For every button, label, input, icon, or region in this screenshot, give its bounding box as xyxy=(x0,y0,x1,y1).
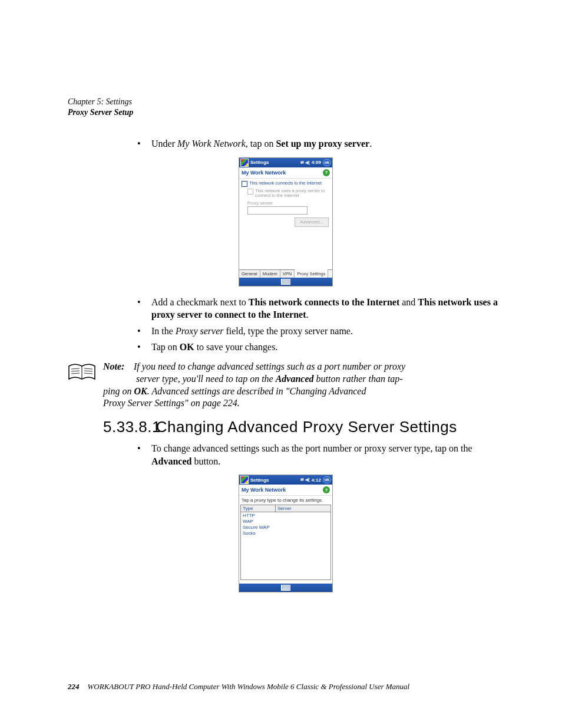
tab-general[interactable]: General xyxy=(239,270,260,278)
text: field, type the proxy server name. xyxy=(223,326,352,336)
col-server[interactable]: Server xyxy=(276,505,330,512)
text: To change advanced settings such as the … xyxy=(151,443,472,453)
checkbox-icon[interactable] xyxy=(247,189,253,195)
table-header: Type Server xyxy=(241,505,330,512)
proxy-type-table: Type Server HTTP WAP Secure WAP Socks xyxy=(240,505,331,580)
dialog-body: This network connects to the Internet Th… xyxy=(239,179,332,269)
subheading-number: 5.33.8.1 xyxy=(103,418,151,436)
ok-button[interactable]: ok xyxy=(323,476,331,483)
checkbox-row-2[interactable]: This network uses a proxy server to conn… xyxy=(242,189,330,199)
bottom-bar xyxy=(239,584,332,592)
advanced-button[interactable]: Advanced... xyxy=(295,218,329,227)
text: If you need to change advanced settings … xyxy=(134,361,405,371)
clock: 4:09 xyxy=(312,160,321,165)
tab-proxy-settings[interactable]: Proxy Settings xyxy=(295,269,328,278)
text: and xyxy=(399,297,418,307)
keyboard-icon[interactable] xyxy=(281,279,290,285)
list-item: To change advanced settings such as the … xyxy=(137,442,504,467)
start-icon[interactable] xyxy=(240,159,249,167)
text: server type, you'll need to tap on the xyxy=(136,374,276,384)
table-row[interactable]: WAP xyxy=(243,519,329,525)
table-row[interactable]: Socks xyxy=(243,531,329,536)
page-number: 224 xyxy=(68,682,80,691)
tab-modem[interactable]: Modem xyxy=(260,270,280,278)
subheader-text: My Work Network xyxy=(242,487,286,493)
text: Tap on xyxy=(151,342,180,352)
bottom-bar xyxy=(239,278,332,286)
text: Add a checkmark next to xyxy=(151,297,249,307)
text: , tap on xyxy=(246,139,276,149)
field-label: Proxy server: xyxy=(242,200,330,206)
subheader-text: My Work Network xyxy=(242,170,286,176)
title-text: Settings xyxy=(250,160,299,165)
device-frame: Settings ⇄ ◀ξ 4:09 ok My Work Network ? … xyxy=(239,157,333,286)
page-content: Chapter 5: Settings Proxy Server Setup U… xyxy=(68,97,504,602)
text: ping on xyxy=(103,386,134,396)
titlebar: Settings ⇄ ◀ξ 4:09 ok xyxy=(239,158,332,167)
titlebar: Settings ⇄ ◀ξ 4:12 ok xyxy=(239,475,332,485)
text: In the xyxy=(151,326,176,336)
note-label: Note: xyxy=(103,361,131,373)
subheader: My Work Network ? xyxy=(239,167,332,179)
text-emphasis: My Work Network xyxy=(177,139,246,149)
text: Proxy Server Settings" on page 224. xyxy=(103,398,240,408)
text: to save your changes. xyxy=(194,342,278,352)
table-body: HTTP WAP Secure WAP Socks xyxy=(241,512,330,579)
subheading-title: Changing Advanced Proxy Server Settings xyxy=(156,418,457,436)
checkbox-label: This network uses a proxy server to conn… xyxy=(255,189,330,199)
text-bold: Set up my proxy server xyxy=(276,139,369,149)
table-row[interactable]: Secure WAP xyxy=(243,525,329,531)
screenshot-1: Settings ⇄ ◀ξ 4:09 ok My Work Network ? … xyxy=(68,157,504,286)
text: . xyxy=(306,309,308,319)
clock: 4:12 xyxy=(312,477,321,483)
text-bold: Advanced xyxy=(276,374,314,384)
text-emphasis: Proxy server xyxy=(176,326,224,336)
help-icon[interactable]: ? xyxy=(323,169,330,176)
instruction-list-3: To change advanced settings such as the … xyxy=(68,442,504,467)
checkbox-label: This network connects to the Internet xyxy=(249,181,322,186)
text: button rather than tap- xyxy=(314,374,403,384)
checkbox-row-1[interactable]: This network connects to the Internet xyxy=(242,181,330,187)
text: Under xyxy=(151,139,177,149)
instruction-list-2: Add a checkmark next to This network con… xyxy=(68,296,504,354)
col-type[interactable]: Type xyxy=(241,505,276,512)
list-item: In the Proxy server field, type the prox… xyxy=(137,325,504,338)
note-text: Note: If you need to change advanced set… xyxy=(103,361,405,410)
text: . xyxy=(369,139,372,149)
instruction-text: Tap a proxy type to change its settings. xyxy=(239,496,332,503)
text-bold: OK xyxy=(134,386,147,396)
help-icon[interactable]: ? xyxy=(323,486,330,493)
screenshot-2: Settings ⇄ ◀ξ 4:12 ok My Work Network ? … xyxy=(68,475,504,592)
header-chapter: Chapter 5: Settings xyxy=(68,97,504,107)
tab-vpn[interactable]: VPN xyxy=(280,270,295,278)
text: server type, you'll need to tap on the A… xyxy=(103,374,403,409)
signal-icon: ⇄ ◀ξ xyxy=(300,477,310,482)
book-icon xyxy=(68,363,96,383)
subheading: 5.33.8.1 Changing Advanced Proxy Server … xyxy=(103,418,504,436)
checkbox-icon[interactable] xyxy=(242,181,247,187)
proxy-server-input[interactable] xyxy=(247,206,308,215)
text-bold: This network connects to the Internet xyxy=(249,297,399,307)
text: button. xyxy=(191,456,220,466)
text-bold: Advanced xyxy=(151,456,191,466)
table-row[interactable]: HTTP xyxy=(243,513,329,519)
list-item: Add a checkmark next to This network con… xyxy=(137,296,504,321)
note-block: Note: If you need to change advanced set… xyxy=(68,361,504,410)
keyboard-icon[interactable] xyxy=(281,585,290,591)
text: . Advanced settings are described in "Ch… xyxy=(147,386,366,396)
list-item: Tap on OK to save your changes. xyxy=(137,341,504,354)
tab-bar: General Modem VPN Proxy Settings xyxy=(239,269,332,278)
signal-icon: ⇄ ◀ξ xyxy=(300,160,310,165)
start-icon[interactable] xyxy=(240,476,249,484)
subheader: My Work Network ? xyxy=(239,485,332,496)
text-bold: OK xyxy=(180,342,194,352)
title-text: Settings xyxy=(250,477,299,483)
device-frame: Settings ⇄ ◀ξ 4:12 ok My Work Network ? … xyxy=(239,475,333,592)
list-item: Under My Work Network, tap on Set up my … xyxy=(137,137,504,150)
footer-text: WORKABOUT PRO Hand-Held Computer With Wi… xyxy=(88,682,410,691)
ok-button[interactable]: ok xyxy=(323,159,331,166)
header-section: Proxy Server Setup xyxy=(68,108,504,117)
instruction-list-1: Under My Work Network, tap on Set up my … xyxy=(68,137,504,150)
page-footer: 224 WORKABOUT PRO Hand-Held Computer Wit… xyxy=(68,682,504,691)
